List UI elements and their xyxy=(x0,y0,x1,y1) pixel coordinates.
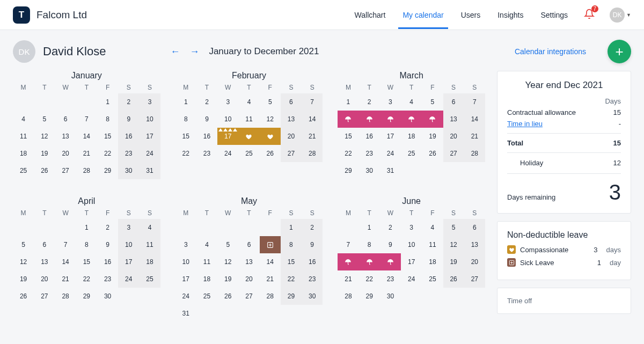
day-cell[interactable]: 5 xyxy=(217,236,238,253)
day-cell[interactable]: 11 xyxy=(422,236,443,253)
day-cell[interactable]: 7 xyxy=(302,93,323,111)
nav-item-wallchart[interactable]: Wallchart xyxy=(354,1,387,29)
day-cell[interactable]: 3 xyxy=(139,93,160,111)
day-cell[interactable]: 26 xyxy=(34,162,55,179)
day-cell[interactable]: 30 xyxy=(302,288,323,305)
day-cell[interactable]: 28 xyxy=(302,145,323,162)
day-cell[interactable]: 4 xyxy=(139,219,160,236)
day-cell[interactable]: 27 xyxy=(55,162,76,179)
day-cell[interactable]: 26 xyxy=(260,145,281,162)
day-cell[interactable]: 1 xyxy=(281,219,302,236)
day-cell[interactable]: 19 xyxy=(13,270,34,288)
day-cell[interactable]: 13 xyxy=(55,128,76,145)
user-block[interactable]: DK David Klose xyxy=(13,40,106,63)
day-cell[interactable]: 22 xyxy=(281,270,302,288)
notifications-button[interactable]: 7 xyxy=(584,9,595,21)
day-cell[interactable]: 3 xyxy=(217,93,238,111)
day-cell[interactable]: 19 xyxy=(443,253,464,270)
day-cell[interactable]: 11 xyxy=(13,128,34,145)
day-cell[interactable]: 1 xyxy=(359,219,380,236)
day-cell[interactable]: 12 xyxy=(13,253,34,270)
day-cell[interactable]: 28 xyxy=(55,288,76,305)
time-in-lieu-link[interactable]: Time in lieu xyxy=(507,120,543,128)
day-cell[interactable]: 23 xyxy=(118,145,139,162)
day-cell[interactable]: 24 xyxy=(139,145,160,162)
day-cell[interactable]: 12 xyxy=(34,128,55,145)
day-cell[interactable]: 29 xyxy=(76,288,97,305)
day-cell[interactable]: 29 xyxy=(338,162,358,179)
day-cell[interactable]: 25 xyxy=(422,270,443,288)
day-cell[interactable]: 20 xyxy=(238,270,259,288)
day-cell[interactable]: 2 xyxy=(380,219,401,236)
calendar-integrations-link[interactable]: Calendar integrations xyxy=(515,47,586,56)
day-cell[interactable]: 6 xyxy=(34,236,55,253)
brand-name[interactable]: Falcom Ltd xyxy=(36,9,87,21)
day-cell[interactable]: 14 xyxy=(76,128,97,145)
day-cell[interactable]: 21 xyxy=(338,270,358,288)
day-cell[interactable]: 5 xyxy=(34,111,55,128)
day-cell[interactable]: 22 xyxy=(76,270,97,288)
brand-logo[interactable]: T xyxy=(13,6,30,24)
day-cell[interactable]: 9 xyxy=(196,111,217,128)
day-cell[interactable]: 17 xyxy=(118,253,139,270)
nav-item-my-calendar[interactable]: My calendar xyxy=(401,1,444,29)
day-cell[interactable]: 8 xyxy=(97,111,118,128)
day-cell[interactable]: 20 xyxy=(443,128,464,145)
day-cell[interactable]: 9 xyxy=(97,236,118,253)
day-cell[interactable]: 27 xyxy=(464,270,485,288)
day-cell[interactable]: 10 xyxy=(217,111,238,128)
day-cell[interactable]: 25 xyxy=(13,162,34,179)
day-cell[interactable]: 9 xyxy=(118,111,139,128)
day-cell[interactable]: 22 xyxy=(175,145,196,162)
day-cell[interactable]: 16 xyxy=(196,128,217,145)
day-cell[interactable]: 14 xyxy=(260,253,281,270)
day-cell[interactable]: 15 xyxy=(76,253,97,270)
nav-item-users[interactable]: Users xyxy=(460,1,482,29)
day-cell[interactable]: 8 xyxy=(175,111,196,128)
day-cell[interactable]: 18 xyxy=(139,253,160,270)
day-cell[interactable]: 14 xyxy=(464,111,485,128)
day-cell[interactable]: 29 xyxy=(281,288,302,305)
day-cell[interactable]: 31 xyxy=(175,305,196,322)
day-cell[interactable]: 12 xyxy=(260,111,281,128)
day-cell[interactable]: 15 xyxy=(338,128,358,145)
day-cell[interactable]: 15 xyxy=(281,253,302,270)
day-cell[interactable] xyxy=(359,111,380,128)
day-cell[interactable]: 6 xyxy=(55,111,76,128)
day-cell[interactable]: 1 xyxy=(175,93,196,111)
day-cell[interactable]: 13 xyxy=(281,111,302,128)
day-cell[interactable]: 14 xyxy=(302,111,323,128)
day-cell[interactable]: 21 xyxy=(464,128,485,145)
day-cell[interactable]: 10 xyxy=(175,253,196,270)
day-cell[interactable]: 17 xyxy=(217,128,238,145)
day-cell[interactable]: 7 xyxy=(55,236,76,253)
day-cell[interactable]: 21 xyxy=(76,145,97,162)
day-cell[interactable]: 4 xyxy=(238,93,259,111)
day-cell[interactable]: 31 xyxy=(139,162,160,179)
day-cell[interactable]: 23 xyxy=(302,270,323,288)
day-cell[interactable]: 22 xyxy=(338,145,358,162)
day-cell[interactable]: 31 xyxy=(380,162,401,179)
day-cell[interactable]: 19 xyxy=(34,145,55,162)
day-cell[interactable]: 27 xyxy=(34,288,55,305)
day-cell[interactable]: 18 xyxy=(196,270,217,288)
day-cell[interactable] xyxy=(401,111,422,128)
day-cell[interactable]: 19 xyxy=(422,128,443,145)
day-cell[interactable]: 26 xyxy=(13,288,34,305)
day-cell[interactable]: 2 xyxy=(196,93,217,111)
day-cell[interactable]: 28 xyxy=(338,288,358,305)
day-cell[interactable]: 15 xyxy=(175,128,196,145)
day-cell[interactable]: 22 xyxy=(97,145,118,162)
day-cell[interactable]: 26 xyxy=(443,270,464,288)
day-cell[interactable]: 5 xyxy=(422,93,443,111)
day-cell[interactable]: 6 xyxy=(281,93,302,111)
day-cell[interactable]: 4 xyxy=(401,93,422,111)
day-cell[interactable]: 8 xyxy=(76,236,97,253)
day-cell[interactable] xyxy=(380,111,401,128)
day-cell[interactable]: 21 xyxy=(302,128,323,145)
day-cell[interactable]: 17 xyxy=(380,128,401,145)
day-cell[interactable]: 25 xyxy=(196,288,217,305)
day-cell[interactable]: 27 xyxy=(443,145,464,162)
add-button[interactable]: + xyxy=(608,40,631,63)
next-period-button[interactable]: → xyxy=(189,47,199,56)
